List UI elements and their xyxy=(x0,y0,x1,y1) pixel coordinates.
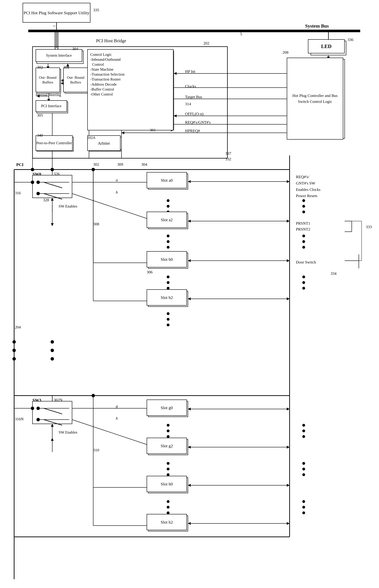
peer-to-peer-box: Peer-to-Peer Controller xyxy=(36,135,73,151)
hot-plug-controller-box: Hot Plug Controller and Bus Switch Contr… xyxy=(287,58,343,140)
svg-marker-104 xyxy=(287,522,290,525)
svg-point-114 xyxy=(167,312,170,315)
svg-point-127 xyxy=(167,429,170,432)
target-bus-label: Target Bus xyxy=(185,95,202,99)
slot-b0-box: Slot b0 xyxy=(147,251,187,268)
svg-line-153 xyxy=(72,420,148,445)
svg-marker-31 xyxy=(174,72,176,75)
svg-point-116 xyxy=(167,323,170,326)
svg-point-126 xyxy=(167,424,170,427)
ref-309-label: 309 xyxy=(117,162,123,167)
ref-337-label: 337 xyxy=(225,151,231,156)
ref-208-label: 208 xyxy=(283,50,288,55)
outbound-buffers-1-box: Out- Bound Buffers xyxy=(36,67,60,92)
slot-g2-box: Slot g2 xyxy=(147,438,187,454)
svg-marker-181 xyxy=(51,223,54,226)
svg-point-178 xyxy=(13,349,16,352)
svg-point-136 xyxy=(302,429,305,432)
svg-point-138 xyxy=(302,462,305,465)
ref-333-label: 333 xyxy=(366,225,372,229)
svg-point-131 xyxy=(167,473,170,476)
svg-marker-101 xyxy=(287,484,290,487)
svg-point-130 xyxy=(167,468,170,470)
control-logic-box: Control Logic-Inbound/Outbound Control-S… xyxy=(87,49,174,130)
right-labels: REQ#'s/GNT#'s SWEnables ClocksPower Rese… xyxy=(296,174,320,199)
svg-marker-95 xyxy=(287,408,290,410)
svg-point-162 xyxy=(92,394,95,397)
svg-point-106 xyxy=(167,205,170,208)
svg-marker-86 xyxy=(287,220,290,222)
svg-point-133 xyxy=(167,506,170,509)
svg-point-108 xyxy=(167,235,170,237)
ref-204-label: 204 xyxy=(15,325,21,330)
svg-marker-94 xyxy=(188,408,191,410)
led-box: LED xyxy=(308,39,345,53)
svg-point-112 xyxy=(167,281,170,284)
ref-305-label: 305 xyxy=(37,113,43,118)
diagram-container: ~ PCI Hot Plug Software Support Utili xyxy=(0,0,379,588)
h-label: h xyxy=(116,416,118,421)
pci-host-bridge-label: PCI Host Bridge xyxy=(96,38,126,43)
ref-316-label: 316 xyxy=(15,191,21,195)
svg-point-142 xyxy=(302,506,305,509)
pci-label: PCI xyxy=(16,162,24,167)
svg-point-137 xyxy=(302,435,305,438)
svg-point-117 xyxy=(302,199,305,202)
slot-g0-box: Slot g0 xyxy=(147,399,187,416)
slot-a0-box: Slot a0 xyxy=(147,172,187,188)
svg-point-167 xyxy=(31,168,34,171)
ref-5-label: 5 xyxy=(240,32,242,36)
b-label: b xyxy=(116,190,118,194)
svg-point-120 xyxy=(302,235,305,237)
prsnt-label: PRSNT1PRSNT2 xyxy=(296,220,310,232)
slot-h2-box: Slot h2 xyxy=(147,514,187,530)
svg-point-119 xyxy=(302,210,305,213)
ref-310-label: 310 xyxy=(93,448,99,452)
hpreq-label: HPREQ# xyxy=(185,128,200,133)
svg-point-139 xyxy=(302,468,305,470)
svg-point-176 xyxy=(50,357,54,361)
ref-202-label: 202 xyxy=(204,41,209,46)
ref-304-top-label: 304 xyxy=(72,47,78,51)
svg-point-175 xyxy=(50,349,54,352)
pci-interface-box: PCI Interface xyxy=(36,100,67,112)
svg-marker-82 xyxy=(188,180,191,183)
svg-point-132 xyxy=(167,500,170,503)
outbound-buffers-2-box: Out- Bound Buffers xyxy=(63,67,88,92)
svg-marker-100 xyxy=(188,484,191,487)
svg-marker-85 xyxy=(188,220,191,222)
svg-point-124 xyxy=(302,281,305,284)
slot-b2-box: Slot b2 xyxy=(147,289,187,306)
ref-302-label: 302 xyxy=(37,65,43,69)
svg-marker-91 xyxy=(188,297,191,300)
slot-a2-box: Slot a2 xyxy=(147,212,187,228)
svg-marker-103 xyxy=(188,522,191,525)
svg-point-128 xyxy=(167,435,170,438)
system-bus-label: System Bus xyxy=(305,23,329,29)
svg-rect-0 xyxy=(28,30,360,32)
svg-marker-70 xyxy=(51,424,54,427)
svg-marker-16 xyxy=(61,82,63,85)
svg-marker-43 xyxy=(122,131,124,134)
svg-line-72 xyxy=(72,193,148,219)
svg-point-177 xyxy=(13,340,16,344)
internal-steering-label: Internal Steering xyxy=(36,93,61,97)
svg-point-179 xyxy=(13,357,16,361)
svg-point-110 xyxy=(167,246,170,249)
svg-point-118 xyxy=(302,205,305,208)
clocks-label: Clocks xyxy=(185,84,196,89)
hp-int-label: HP Int xyxy=(185,69,195,74)
a-label: a xyxy=(116,178,118,182)
svg-marker-68 xyxy=(51,198,54,201)
slot-h0-box: Slot h0 xyxy=(147,476,187,492)
pci-hot-plug-box: PCI Hot Plug Software Support Utility xyxy=(23,3,90,23)
sw-enables-2-label: SW Enables xyxy=(59,430,77,435)
sw-enables-1-label: SW Enables xyxy=(59,204,77,208)
svg-point-105 xyxy=(167,199,170,202)
svg-marker-38 xyxy=(174,114,176,117)
svg-point-115 xyxy=(167,318,170,321)
g-label: g xyxy=(116,404,118,408)
ref-302b-label: 302 xyxy=(93,162,99,167)
sw3-label: SW3 xyxy=(32,398,41,402)
svg-point-125 xyxy=(302,287,305,290)
